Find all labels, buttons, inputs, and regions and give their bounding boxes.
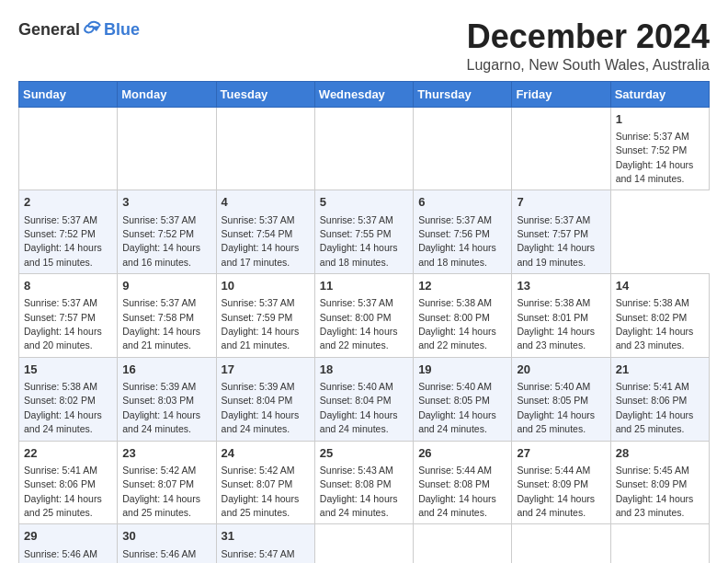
calendar-cell: 14Sunrise: 5:38 AMSunset: 8:02 PMDayligh…	[610, 274, 709, 358]
day-number: 11	[320, 278, 408, 294]
day-info: Sunrise: 5:44 AMSunset: 8:09 PMDaylight:…	[517, 465, 595, 518]
day-number: 22	[24, 445, 112, 462]
day-info: Sunrise: 5:45 AMSunset: 8:09 PMDaylight:…	[616, 465, 694, 518]
day-number: 4	[222, 194, 310, 211]
calendar-cell: 16Sunrise: 5:39 AMSunset: 8:03 PMDayligh…	[118, 357, 216, 441]
week-row-3: 8Sunrise: 5:37 AMSunset: 7:57 PMDaylight…	[19, 274, 710, 358]
day-number: 9	[122, 278, 210, 294]
calendar-cell	[19, 107, 118, 190]
day-info: Sunrise: 5:37 AMSunset: 7:56 PMDaylight:…	[418, 214, 496, 268]
day-info: Sunrise: 5:40 AMSunset: 8:05 PMDaylight:…	[517, 381, 595, 434]
calendar-cell: 15Sunrise: 5:38 AMSunset: 8:02 PMDayligh…	[19, 357, 118, 441]
calendar-cell: 22Sunrise: 5:41 AMSunset: 8:06 PMDayligh…	[19, 441, 118, 524]
calendar-cell	[314, 524, 413, 563]
calendar-cell: 23Sunrise: 5:42 AMSunset: 8:07 PMDayligh…	[118, 441, 216, 524]
calendar-cell: 7Sunrise: 5:37 AMSunset: 7:57 PMDaylight…	[512, 190, 610, 274]
day-number: 24	[222, 445, 310, 462]
calendar-cell: 24Sunrise: 5:42 AMSunset: 8:07 PMDayligh…	[216, 441, 314, 524]
calendar-cell: 5Sunrise: 5:37 AMSunset: 7:55 PMDaylight…	[314, 190, 413, 274]
day-info: Sunrise: 5:43 AMSunset: 8:08 PMDaylight:…	[320, 465, 398, 518]
calendar-cell: 4Sunrise: 5:37 AMSunset: 7:54 PMDaylight…	[216, 190, 314, 274]
header-day-saturday: Saturday	[610, 81, 709, 107]
calendar-cell: 6Sunrise: 5:37 AMSunset: 7:56 PMDaylight…	[414, 190, 512, 274]
logo-blue-text: Blue	[104, 20, 140, 40]
day-number: 6	[418, 194, 506, 211]
day-number: 12	[418, 278, 506, 294]
calendar-cell: 2Sunrise: 5:37 AMSunset: 7:52 PMDaylight…	[19, 190, 118, 274]
day-info: Sunrise: 5:41 AMSunset: 8:06 PMDaylight:…	[616, 381, 694, 434]
header-day-wednesday: Wednesday	[314, 81, 413, 107]
calendar-cell: 29Sunrise: 5:46 AMSunset: 8:09 PMDayligh…	[19, 524, 118, 563]
calendar-cell: 28Sunrise: 5:45 AMSunset: 8:09 PMDayligh…	[610, 441, 709, 524]
day-info: Sunrise: 5:38 AMSunset: 8:00 PMDaylight:…	[418, 297, 496, 350]
calendar-cell: 30Sunrise: 5:46 AMSunset: 8:09 PMDayligh…	[118, 524, 216, 563]
day-number: 17	[222, 362, 310, 378]
calendar-cell	[610, 524, 709, 563]
calendar-cell: 21Sunrise: 5:41 AMSunset: 8:06 PMDayligh…	[610, 357, 709, 441]
calendar-cell: 26Sunrise: 5:44 AMSunset: 8:08 PMDayligh…	[414, 441, 512, 524]
calendar-cell	[314, 107, 413, 190]
header-day-monday: Monday	[118, 81, 216, 107]
main-title: December 2024	[467, 18, 710, 55]
header-row: SundayMondayTuesdayWednesdayThursdayFrid…	[19, 81, 710, 107]
calendar-cell	[216, 107, 314, 190]
header-day-thursday: Thursday	[414, 81, 512, 107]
week-row-1: 1Sunrise: 5:37 AMSunset: 7:52 PMDaylight…	[19, 107, 710, 190]
day-info: Sunrise: 5:46 AMSunset: 8:09 PMDaylight:…	[24, 548, 102, 563]
day-number: 25	[320, 445, 408, 462]
week-row-5: 22Sunrise: 5:41 AMSunset: 8:06 PMDayligh…	[19, 441, 710, 524]
day-number: 2	[24, 194, 112, 211]
day-number: 1	[616, 111, 704, 128]
calendar-cell: 9Sunrise: 5:37 AMSunset: 7:58 PMDaylight…	[118, 274, 216, 358]
week-row-2: 2Sunrise: 5:37 AMSunset: 7:52 PMDaylight…	[19, 190, 710, 274]
header-day-sunday: Sunday	[19, 81, 118, 107]
week-row-6: 29Sunrise: 5:46 AMSunset: 8:09 PMDayligh…	[19, 524, 710, 563]
day-number: 15	[24, 362, 112, 378]
day-info: Sunrise: 5:37 AMSunset: 7:58 PMDaylight:…	[122, 297, 200, 350]
calendar-cell: 3Sunrise: 5:37 AMSunset: 7:52 PMDaylight…	[118, 190, 216, 274]
day-info: Sunrise: 5:37 AMSunset: 7:52 PMDaylight:…	[616, 131, 694, 184]
calendar-cell: 19Sunrise: 5:40 AMSunset: 8:05 PMDayligh…	[414, 357, 512, 441]
day-info: Sunrise: 5:37 AMSunset: 7:52 PMDaylight:…	[122, 214, 200, 268]
day-info: Sunrise: 5:40 AMSunset: 8:05 PMDaylight:…	[418, 381, 496, 434]
day-info: Sunrise: 5:37 AMSunset: 7:52 PMDaylight:…	[24, 214, 102, 268]
day-info: Sunrise: 5:46 AMSunset: 8:09 PMDaylight:…	[122, 548, 200, 563]
day-info: Sunrise: 5:42 AMSunset: 8:07 PMDaylight:…	[222, 465, 300, 518]
page-wrapper: General Blue December 2024 Lugarno, New …	[18, 18, 710, 563]
calendar-table: SundayMondayTuesdayWednesdayThursdayFrid…	[18, 81, 710, 563]
logo-bird-icon	[82, 18, 104, 40]
calendar-cell: 12Sunrise: 5:38 AMSunset: 8:00 PMDayligh…	[414, 274, 512, 358]
day-number: 28	[616, 445, 704, 462]
day-info: Sunrise: 5:38 AMSunset: 8:02 PMDaylight:…	[24, 381, 102, 434]
calendar-cell	[512, 524, 610, 563]
day-number: 19	[418, 362, 506, 378]
logo: General Blue	[18, 18, 140, 40]
day-info: Sunrise: 5:38 AMSunset: 8:02 PMDaylight:…	[616, 297, 694, 350]
day-info: Sunrise: 5:37 AMSunset: 8:00 PMDaylight:…	[320, 297, 398, 350]
day-info: Sunrise: 5:37 AMSunset: 7:54 PMDaylight:…	[222, 214, 300, 268]
day-number: 8	[24, 278, 112, 294]
day-info: Sunrise: 5:39 AMSunset: 8:03 PMDaylight:…	[122, 381, 200, 434]
day-number: 3	[122, 194, 210, 211]
calendar-cell: 10Sunrise: 5:37 AMSunset: 7:59 PMDayligh…	[216, 274, 314, 358]
calendar-cell	[414, 524, 512, 563]
day-info: Sunrise: 5:44 AMSunset: 8:08 PMDaylight:…	[418, 465, 496, 518]
day-info: Sunrise: 5:40 AMSunset: 8:04 PMDaylight:…	[320, 381, 398, 434]
calendar-cell	[512, 107, 610, 190]
day-number: 30	[122, 528, 210, 545]
day-info: Sunrise: 5:37 AMSunset: 7:57 PMDaylight:…	[517, 214, 595, 268]
calendar-cell: 11Sunrise: 5:37 AMSunset: 8:00 PMDayligh…	[314, 274, 413, 358]
header-day-friday: Friday	[512, 81, 610, 107]
calendar-cell: 18Sunrise: 5:40 AMSunset: 8:04 PMDayligh…	[314, 357, 413, 441]
day-number: 10	[222, 278, 310, 294]
calendar-cell: 13Sunrise: 5:38 AMSunset: 8:01 PMDayligh…	[512, 274, 610, 358]
day-info: Sunrise: 5:37 AMSunset: 7:57 PMDaylight:…	[24, 297, 102, 350]
calendar-cell	[414, 107, 512, 190]
day-info: Sunrise: 5:47 AMSunset: 8:10 PMDaylight:…	[222, 548, 300, 563]
day-info: Sunrise: 5:39 AMSunset: 8:04 PMDaylight:…	[222, 381, 300, 434]
day-info: Sunrise: 5:37 AMSunset: 7:55 PMDaylight:…	[320, 214, 398, 268]
day-number: 7	[517, 194, 605, 211]
calendar-cell: 20Sunrise: 5:40 AMSunset: 8:05 PMDayligh…	[512, 357, 610, 441]
calendar-cell: 8Sunrise: 5:37 AMSunset: 7:57 PMDaylight…	[19, 274, 118, 358]
calendar-cell: 1Sunrise: 5:37 AMSunset: 7:52 PMDaylight…	[610, 107, 709, 190]
